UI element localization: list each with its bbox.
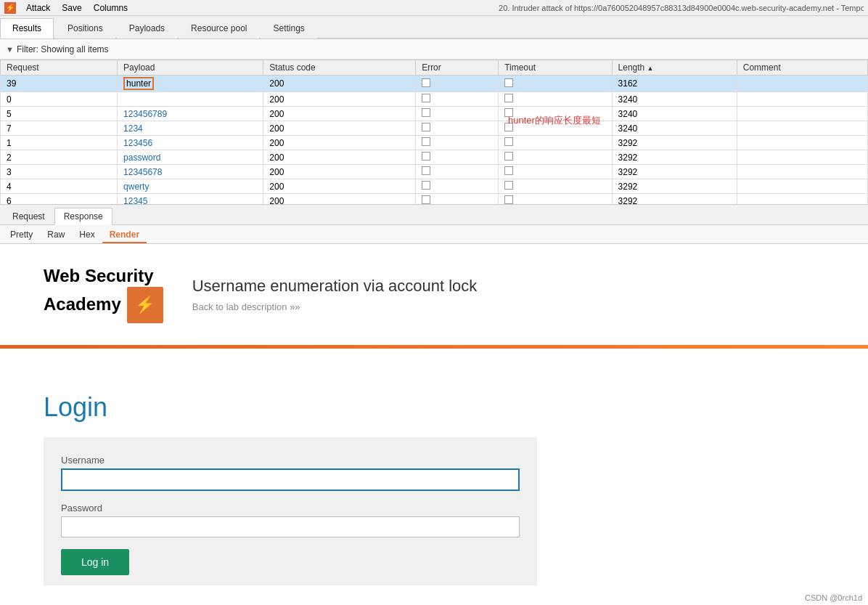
error-cell — [416, 150, 499, 165]
comment-cell — [737, 136, 867, 150]
status-cell: 200 — [263, 194, 416, 206]
table-header: Request Payload Status code Error Timeou… — [1, 60, 868, 76]
error-cell — [416, 165, 499, 179]
filter-text: Filter: Showing all items — [17, 44, 109, 54]
render-tab-hex[interactable]: Hex — [72, 227, 102, 243]
error-cell — [416, 76, 499, 92]
wsa-back-link[interactable]: Back to lab description — [192, 301, 300, 312]
tab-positions[interactable]: Positions — [55, 18, 115, 38]
wsa-page: Web Security Academy ⚡ Username enumerat… — [0, 244, 868, 585]
col-length[interactable]: Length ▲ — [612, 60, 737, 76]
col-payload[interactable]: Payload — [118, 60, 263, 76]
login-title: Login — [44, 392, 824, 423]
tab-settings[interactable]: Settings — [261, 18, 316, 38]
request-cell: 2 — [1, 150, 118, 165]
timeout-cell — [499, 136, 612, 150]
table-row[interactable]: 1 123456 200 3292 — [1, 136, 868, 150]
payload-cell: qwerty — [118, 179, 263, 194]
length-cell: 3240 — [612, 92, 737, 107]
length-cell: 3292 — [612, 165, 737, 179]
table-row[interactable]: 3 12345678 200 3292 — [1, 165, 868, 179]
comment-cell — [737, 92, 867, 107]
payload-cell: 123456 — [118, 136, 263, 150]
password-label: Password — [61, 503, 520, 513]
table-row[interactable]: 39 hunter 200 3162 — [1, 76, 868, 92]
status-cell: 200 — [263, 92, 416, 107]
sort-arrow: ▲ — [647, 65, 654, 72]
col-timeout[interactable]: Timeout — [499, 60, 612, 76]
password-input[interactable] — [61, 516, 520, 537]
payload-cell: hunter — [118, 76, 263, 92]
payload-cell: 1234 — [118, 121, 263, 136]
length-cell: 3240 — [612, 107, 737, 121]
login-button[interactable]: Log in — [61, 549, 129, 575]
col-error[interactable]: Error — [416, 60, 499, 76]
render-content: Web Security Academy ⚡ Username enumerat… — [0, 244, 868, 585]
table-row[interactable]: 2 password 200 3292 — [1, 150, 868, 165]
comment-cell — [737, 165, 867, 179]
payload-cell — [118, 92, 263, 107]
table-row[interactable]: 4 qwerty 200 3292 — [1, 179, 868, 194]
request-cell: 4 — [1, 179, 118, 194]
rr-tab-response[interactable]: Response — [54, 208, 112, 225]
menu-bar: ⚡ Attack Save Columns 20. Intruder attac… — [0, 0, 868, 16]
table-row[interactable]: 6 12345 200 3292 — [1, 194, 868, 206]
request-cell: 39 — [1, 76, 118, 92]
col-request[interactable]: Request — [1, 60, 118, 76]
rr-tabs: Request Response — [0, 205, 868, 225]
error-cell — [416, 179, 499, 194]
menu-save[interactable]: Save — [56, 1, 87, 15]
tab-resource-pool[interactable]: Resource pool — [179, 18, 259, 38]
menu-columns[interactable]: Columns — [88, 1, 134, 15]
request-cell: 1 — [1, 136, 118, 150]
length-cell: 3292 — [612, 179, 737, 194]
payload-cell: 123456789 — [118, 107, 263, 121]
filter-bar: ▼ Filter: Showing all items — [0, 39, 868, 60]
menu-attack[interactable]: Attack — [20, 1, 56, 15]
login-form: Username Password Log in — [44, 437, 537, 585]
length-cell: 3292 — [612, 136, 737, 150]
col-status[interactable]: Status code — [263, 60, 416, 76]
status-cell: 200 — [263, 76, 416, 92]
rr-tab-request[interactable]: Request — [3, 208, 54, 225]
col-comment[interactable]: Comment — [737, 60, 867, 76]
render-tab-pretty[interactable]: Pretty — [3, 227, 40, 243]
status-cell: 200 — [263, 165, 416, 179]
table-row[interactable]: 0 200 3240 — [1, 92, 868, 107]
results-table-container: Request Payload Status code Error Timeou… — [0, 60, 868, 205]
timeout-cell — [499, 150, 612, 165]
tab-results[interactable]: Results — [0, 18, 54, 38]
render-tab-render[interactable]: Render — [102, 227, 147, 243]
wsa-logo: Web Security Academy ⚡ — [44, 266, 163, 323]
table-row[interactable]: 7 1234 200 3240 — [1, 121, 868, 136]
timeout-cell — [499, 179, 612, 194]
tab-payloads[interactable]: Payloads — [117, 18, 177, 38]
status-cell: 200 — [263, 136, 416, 150]
comment-cell — [737, 107, 867, 121]
username-input[interactable] — [61, 468, 520, 491]
render-tabs: Pretty Raw Hex Render — [0, 225, 868, 244]
timeout-cell — [499, 165, 612, 179]
request-cell: 5 — [1, 107, 118, 121]
request-cell: 6 — [1, 194, 118, 206]
length-cell: 3292 — [612, 194, 737, 206]
request-cell: 0 — [1, 92, 118, 107]
comment-cell — [737, 179, 867, 194]
status-cell: 200 — [263, 150, 416, 165]
render-tab-raw[interactable]: Raw — [40, 227, 72, 243]
results-table: Request Payload Status code Error Timeou… — [0, 60, 868, 205]
length-cell: 3240 — [612, 121, 737, 136]
window-title: 20. Intruder attack of https://0a7600520… — [493, 1, 864, 15]
length-cell: 3292 — [612, 150, 737, 165]
payload-cell: password — [118, 150, 263, 165]
status-cell: 200 — [263, 121, 416, 136]
wsa-logo-text: Web Security Academy ⚡ — [44, 266, 163, 323]
login-section: Login Username Password Log in — [0, 392, 868, 585]
password-field: Password — [61, 503, 520, 537]
comment-cell — [737, 194, 867, 206]
footer-note: CSDN @0rch1d — [805, 593, 862, 602]
wsa-title-section: Username enumeration via account lock Ba… — [192, 277, 824, 312]
comment-cell — [737, 150, 867, 165]
table-row[interactable]: 5 123456789 200 3240 — [1, 107, 868, 121]
wsa-logo-line2: Academy ⚡ — [44, 287, 163, 323]
